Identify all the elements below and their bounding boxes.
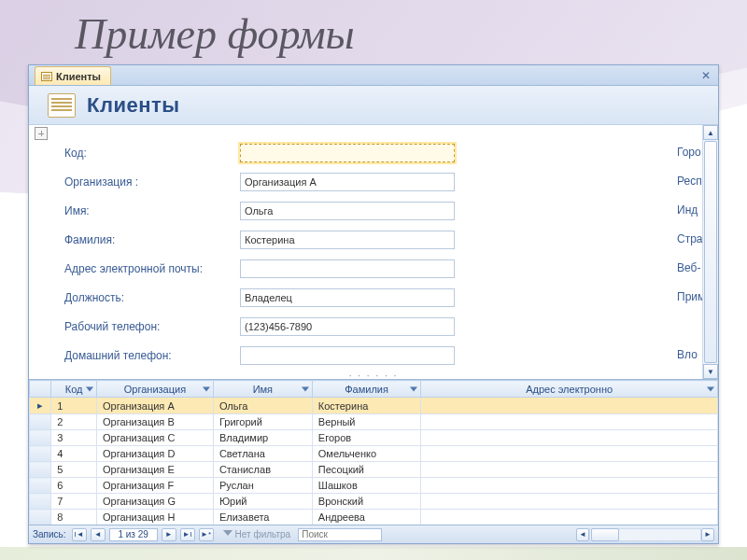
table-row[interactable]: 4Организация DСветланаОмельченко <box>30 446 718 462</box>
column-header[interactable]: Адрес электронно <box>421 381 718 398</box>
field-input[interactable] <box>240 231 455 249</box>
vertical-scrollbar[interactable]: ▲ ▼ <box>702 125 718 379</box>
cell[interactable]: Станислав <box>213 462 312 478</box>
cell[interactable]: Омельченко <box>312 446 420 462</box>
column-header[interactable]: Имя <box>213 381 312 398</box>
filter-indicator[interactable]: Нет фильтра <box>223 529 291 539</box>
cell[interactable]: Костерина <box>312 398 420 414</box>
horizontal-scrollbar[interactable]: ◄ ► <box>576 528 714 541</box>
cell[interactable]: Андреева <box>312 510 420 525</box>
column-header[interactable]: Код <box>51 381 97 398</box>
cell[interactable]: 8 <box>51 510 97 525</box>
cell[interactable] <box>421 446 718 462</box>
field-input[interactable] <box>240 317 455 336</box>
cell[interactable] <box>421 414 718 430</box>
cell[interactable]: Организация С <box>96 430 213 446</box>
field-input[interactable] <box>240 288 455 307</box>
table-row[interactable]: 2Организация ВГригорийВерный <box>30 414 718 430</box>
table-row[interactable]: 5Организация ЕСтаниславПесоцкий <box>30 462 718 478</box>
cell[interactable]: 1 <box>51 398 97 414</box>
chevron-down-icon[interactable] <box>86 386 93 391</box>
row-selector[interactable]: ▸ <box>30 398 51 414</box>
cell[interactable]: 7 <box>51 494 97 510</box>
cell[interactable] <box>421 462 718 478</box>
row-selector[interactable] <box>30 494 51 510</box>
cell[interactable]: Организация А <box>96 398 213 414</box>
table-row[interactable]: ▸1Организация АОльгаКостерина <box>30 398 718 414</box>
table-row[interactable]: 8Организация НЕлизаветаАндреева <box>30 510 718 525</box>
table-row[interactable]: 6Организация FРусланШашков <box>30 478 718 494</box>
search-box[interactable]: Поиск <box>298 528 382 541</box>
table-row[interactable]: 7Организация GЮрийВронский <box>30 494 718 510</box>
field-input[interactable] <box>240 173 455 191</box>
cell[interactable]: Юрий <box>213 494 312 510</box>
hscroll-left-button[interactable]: ◄ <box>576 528 589 541</box>
row-header-corner[interactable] <box>30 381 51 398</box>
chevron-down-icon[interactable] <box>302 386 309 391</box>
cell[interactable]: Организация Н <box>96 510 213 525</box>
record-selector[interactable] <box>35 127 48 140</box>
cell[interactable]: Верный <box>312 414 420 430</box>
row-selector[interactable] <box>30 414 51 430</box>
nav-first-button[interactable]: I◄ <box>72 528 87 541</box>
cell[interactable]: Светлана <box>213 446 312 462</box>
cell[interactable]: Ольга <box>213 398 312 414</box>
hscroll-thumb[interactable] <box>591 528 619 541</box>
tab-clients[interactable]: Клиенты <box>35 66 111 85</box>
hscroll-track[interactable] <box>589 528 701 541</box>
cell[interactable] <box>421 478 718 494</box>
cell[interactable]: Елизавета <box>213 510 312 525</box>
field-input[interactable] <box>240 202 455 220</box>
cell[interactable]: Организация G <box>96 494 213 510</box>
cell[interactable]: 6 <box>51 478 97 494</box>
column-header-label: Организация <box>124 384 186 395</box>
cell[interactable]: Песоцкий <box>312 462 420 478</box>
cell[interactable] <box>421 494 718 510</box>
cell[interactable]: Организация Е <box>96 462 213 478</box>
scroll-down-button[interactable]: ▼ <box>703 364 718 379</box>
cell[interactable]: Руслан <box>213 478 312 494</box>
chevron-down-icon[interactable] <box>707 386 714 391</box>
cell[interactable]: Организация В <box>96 414 213 430</box>
cell[interactable]: Григорий <box>213 414 312 430</box>
cell[interactable]: 5 <box>51 462 97 478</box>
field-label: Домашний телефон: <box>64 349 240 362</box>
field-input[interactable] <box>240 346 455 365</box>
cell[interactable]: 2 <box>51 414 97 430</box>
field-row: Домашний телефон: <box>64 341 718 370</box>
row-selector[interactable] <box>30 510 51 525</box>
cell[interactable] <box>421 398 718 414</box>
cell[interactable]: Организация D <box>96 446 213 462</box>
column-header[interactable]: Организация <box>96 381 213 398</box>
cell[interactable]: Вронский <box>312 494 420 510</box>
scroll-thumb[interactable] <box>704 141 717 363</box>
chevron-down-icon[interactable] <box>410 386 417 391</box>
field-input[interactable] <box>240 144 455 162</box>
nav-new-button[interactable]: ►* <box>199 528 214 541</box>
chevron-down-icon[interactable] <box>203 386 210 391</box>
cell[interactable]: Егоров <box>312 430 420 446</box>
nav-prev-button[interactable]: ◄ <box>91 528 106 541</box>
field-label: Имя: <box>64 204 240 217</box>
cell[interactable] <box>421 430 718 446</box>
cell[interactable]: Владимир <box>213 430 312 446</box>
tab-close-button[interactable]: ✕ <box>699 69 712 82</box>
row-selector[interactable] <box>30 462 51 478</box>
row-selector[interactable] <box>30 430 51 446</box>
cell[interactable]: 3 <box>51 430 97 446</box>
row-selector[interactable] <box>30 478 51 494</box>
pane-splitter-handle[interactable]: · · · · · · <box>29 372 718 378</box>
nav-last-button[interactable]: ►I <box>180 528 195 541</box>
row-selector[interactable] <box>30 446 51 462</box>
field-input[interactable] <box>240 259 455 278</box>
cell[interactable]: 4 <box>51 446 97 462</box>
cell[interactable] <box>421 510 718 525</box>
cell[interactable]: Организация F <box>96 478 213 494</box>
column-header[interactable]: Фамилия <box>312 381 420 398</box>
nav-next-button[interactable]: ► <box>162 528 176 541</box>
scroll-up-button[interactable]: ▲ <box>703 125 718 140</box>
table-row[interactable]: 3Организация СВладимирЕгоров <box>30 430 718 446</box>
cell[interactable]: Шашков <box>312 478 420 494</box>
hscroll-right-button[interactable]: ► <box>701 528 714 541</box>
record-position-box[interactable]: 1 из 29 <box>109 528 158 541</box>
